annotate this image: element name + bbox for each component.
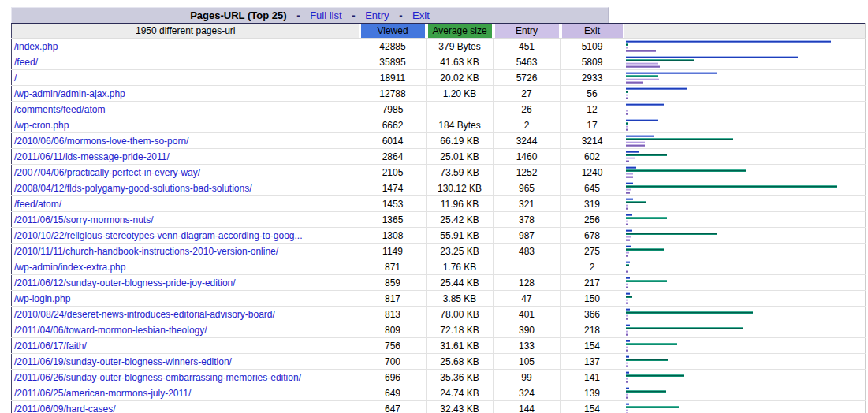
page-url-cell: /2010/08/24/deseret-news-introduces-edit… <box>12 307 359 322</box>
exit-bar <box>626 207 628 210</box>
entry-cell: 401 <box>494 307 561 322</box>
entry-bar <box>626 110 628 112</box>
page-url-link[interactable]: /2010/11/11/church-handbook-instructions… <box>14 246 278 257</box>
page-url-link[interactable]: /wp-login.php <box>14 293 70 304</box>
average-size-bar <box>626 138 733 140</box>
entry-cell: 26 <box>494 102 561 117</box>
entry-cell: 27 <box>494 86 561 102</box>
average-size-bar <box>626 264 629 266</box>
entry-bar <box>626 188 631 191</box>
average-size-cell: 130.12 KB <box>427 180 494 196</box>
page-url-link[interactable]: /2011/06/26/sunday-outer-blogness-embarr… <box>14 372 301 383</box>
exit-cell: 141 <box>561 370 624 385</box>
page-url-link[interactable]: /2008/04/12/flds-polygamy-good-solutions… <box>14 183 252 194</box>
entry-cell: 3244 <box>494 133 561 149</box>
bar-chart-cell <box>624 259 866 275</box>
page-url-cell: /wp-admin/index-extra.php <box>12 259 359 275</box>
page-url-link[interactable]: /2011/06/17/faith/ <box>14 340 87 352</box>
page-url-link[interactable]: /2011/06/19/sunday-outer-blogness-winner… <box>14 356 232 367</box>
bar-chart-cell <box>624 180 866 196</box>
viewed-cell: 2105 <box>359 165 427 180</box>
average-size-cell: 25.68 KB <box>427 354 494 370</box>
bar-chart-cell <box>624 165 866 180</box>
exit-cell: 5109 <box>561 39 624 54</box>
page-url-cell: /2011/06/15/sorry-mormons-nuts/ <box>12 212 359 228</box>
page-title: Pages-URL (Top 25) <box>190 9 286 21</box>
page-url-cell: /feed/ <box>12 54 359 70</box>
page-url-link[interactable]: /feed/atom/ <box>14 199 61 210</box>
page-url-link[interactable]: /2011/06/09/hard-cases/ <box>14 404 116 413</box>
column-header-pages-count: 1950 different pages-url <box>12 24 359 39</box>
exit-cell: 2 <box>561 259 624 275</box>
viewed-cell: 1474 <box>359 180 427 196</box>
bar-chart-cell <box>624 370 866 385</box>
exit-cell: 275 <box>561 244 624 259</box>
page-url-link[interactable]: /wp-admin/admin-ajax.php <box>14 88 125 99</box>
viewed-bar <box>626 103 664 106</box>
exit-link[interactable]: Exit <box>412 9 430 21</box>
exit-bar <box>626 81 643 84</box>
entry-cell: 1460 <box>494 149 561 165</box>
page-url-link[interactable]: /wp-admin/index-extra.php <box>14 262 125 273</box>
page-url-link[interactable]: /index.php <box>14 41 58 52</box>
title-separator: - <box>296 9 300 21</box>
page-url-link[interactable]: /wp-cron.php <box>14 120 69 131</box>
entry-bar <box>626 62 658 65</box>
page-url-link[interactable]: /2010/08/24/deseret-news-introduces-edit… <box>14 309 275 320</box>
viewed-cell: 871 <box>359 259 427 275</box>
average-size-cell: 25.44 KB <box>427 275 494 291</box>
exit-bar <box>626 255 628 257</box>
exit-cell: 256 <box>561 212 624 228</box>
table-row: /1891120.02 KB57262933 <box>12 70 866 86</box>
average-size-bar <box>626 154 667 156</box>
viewed-bar <box>626 72 717 74</box>
page-url-link[interactable]: /2011/06/12/sunday-outer-blogness-pride-… <box>14 277 236 288</box>
table-row: /2011/06/15/sorry-mormons-nuts/136525.42… <box>12 212 866 228</box>
page-url-link[interactable]: /2011/04/06/toward-mormon-lesbian-theolo… <box>14 325 207 336</box>
page-url-link[interactable]: /2011/06/25/american-mormons-july-2011/ <box>14 388 191 399</box>
viewed-cell: 700 <box>359 354 427 370</box>
viewed-bar <box>626 135 654 137</box>
bar-chart-cell <box>624 39 866 54</box>
table-row: /wp-admin/index-extra.php8711.76 KB2 <box>12 259 866 275</box>
exit-bar <box>626 349 628 352</box>
exit-bar <box>626 302 628 304</box>
viewed-cell: 809 <box>359 322 427 338</box>
viewed-bar <box>626 277 630 279</box>
entry-bar <box>626 330 628 333</box>
average-size-bar <box>626 169 746 172</box>
entry-bar <box>626 314 628 317</box>
entry-link[interactable]: Entry <box>365 9 389 21</box>
page-url-link[interactable]: /comments/feed/atom <box>14 104 105 115</box>
table-row: /2011/06/12/sunday-outer-blogness-pride-… <box>12 275 866 291</box>
table-row: /feed/3589541.63 KB54635809 <box>12 54 866 70</box>
entry-bar <box>626 362 628 364</box>
viewed-cell: 6014 <box>359 133 427 149</box>
exit-cell: 218 <box>561 322 624 338</box>
bar-chart-cell <box>624 291 866 307</box>
exit-bar <box>626 113 628 115</box>
page-url-link[interactable]: /2007/04/06/practically-perfect-in-every… <box>14 167 200 178</box>
viewed-cell: 817 <box>359 291 427 307</box>
exit-cell: 366 <box>561 307 624 322</box>
table-row: /index.php42885379 Bytes4515109 <box>12 39 866 54</box>
page-url-link[interactable]: /2011/06/11/lds-message-pride-2011/ <box>14 151 170 162</box>
viewed-bar <box>626 151 639 153</box>
exit-bar <box>626 381 628 383</box>
full-list-link[interactable]: Full list <box>310 9 341 21</box>
page-url-cell: / <box>12 70 359 86</box>
exit-bar <box>626 176 633 178</box>
page-url-cell: /2008/04/12/flds-polygamy-good-solutions… <box>12 180 359 196</box>
bar-chart-cell <box>624 401 866 413</box>
average-size-bar <box>626 43 628 46</box>
column-header-exit: Exit <box>561 24 624 39</box>
bar-chart-cell <box>624 70 866 86</box>
page-url-link[interactable]: /2010/10/22/religious-stereotypes-venn-d… <box>14 230 303 241</box>
page-url-link[interactable]: / <box>14 73 17 84</box>
viewed-bar <box>626 119 658 121</box>
page-url-link[interactable]: /feed/ <box>14 57 38 68</box>
page-url-link[interactable]: /2011/06/15/sorry-mormons-nuts/ <box>14 214 154 225</box>
page-url-link[interactable]: /2010/06/06/mormons-love-them-so-porn/ <box>14 136 188 147</box>
exit-bar <box>626 318 628 320</box>
exit-bar <box>626 50 656 52</box>
